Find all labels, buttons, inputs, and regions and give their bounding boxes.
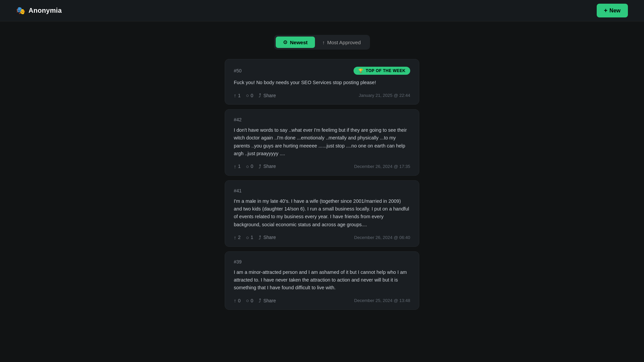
- post-footer-50: ↑ 1 ○ 0 ⤴ Share January 21, 2025 @ 22:44: [234, 93, 410, 98]
- upvote-icon-50: ↑: [234, 93, 236, 98]
- post-card-41: #41 I'm a male in my late 40's. I have a…: [225, 180, 419, 247]
- upvote-count-42: 1: [238, 164, 241, 169]
- share-label-42: Share: [263, 164, 276, 169]
- comment-count-41: 1: [251, 235, 253, 240]
- post-number-50: #50: [234, 68, 241, 73]
- post-actions-50: ↑ 1 ○ 0 ⤴ Share: [234, 93, 276, 98]
- upvote-icon-41: ↑: [234, 235, 236, 240]
- share-action-50[interactable]: ⤴ Share: [259, 93, 276, 98]
- post-card-42: #42 I don't have words to say ..what eve…: [225, 109, 419, 176]
- comment-action-42[interactable]: ○ 0: [246, 164, 253, 169]
- upvote-count-39: 0: [238, 298, 241, 303]
- post-number-41: #41: [234, 188, 241, 193]
- timestamp-39: December 25, 2024 @ 13:48: [354, 298, 410, 303]
- post-header-42: #42: [234, 117, 410, 122]
- share-icon-42: ⤴: [259, 164, 261, 169]
- main-content: ⊙ Newest ↑ Most Approved #50 🏆 TOP OF TH…: [0, 21, 644, 310]
- logo-icon: 🎭: [16, 6, 25, 15]
- tab-newest-label: Newest: [290, 40, 308, 45]
- share-label-41: Share: [263, 235, 276, 240]
- post-body-39: I am a minor-attracted person and I am a…: [234, 268, 410, 292]
- comment-action-41[interactable]: ○ 1: [246, 235, 253, 240]
- post-header-50: #50 🏆 TOP OF THE WEEK: [234, 67, 410, 75]
- post-card-39: #39 I am a minor-attracted person and I …: [225, 251, 419, 310]
- tab-most-approved-label: Most Approved: [327, 40, 361, 45]
- upvote-action-50[interactable]: ↑ 1: [234, 93, 240, 98]
- share-action-42[interactable]: ⤴ Share: [259, 164, 276, 169]
- share-action-41[interactable]: ⤴ Share: [259, 235, 276, 240]
- post-number-39: #39: [234, 259, 241, 264]
- app-title: Anonymia: [29, 7, 62, 14]
- post-body-42: I don't have words to say ..what ever I'…: [234, 126, 410, 158]
- timestamp-42: December 26, 2024 @ 17:35: [354, 164, 410, 169]
- post-number-42: #42: [234, 117, 241, 122]
- comment-count-42: 0: [251, 164, 253, 169]
- share-action-39[interactable]: ⤴ Share: [259, 298, 276, 303]
- share-icon-41: ⤴: [259, 235, 261, 240]
- upvote-action-42[interactable]: ↑ 1: [234, 164, 240, 169]
- upvote-icon-39: ↑: [234, 298, 236, 303]
- share-label-39: Share: [263, 298, 276, 303]
- approved-icon: ↑: [322, 40, 325, 45]
- tab-newest[interactable]: ⊙ Newest: [276, 37, 315, 48]
- share-icon-39: ⤴: [259, 298, 261, 303]
- upvote-icon-42: ↑: [234, 164, 236, 169]
- post-actions-41: ↑ 2 ○ 1 ⤴ Share: [234, 235, 276, 240]
- new-post-button[interactable]: + New: [597, 4, 628, 17]
- tab-bar: ⊙ Newest ↑ Most Approved: [274, 35, 370, 50]
- comment-icon-50: ○: [246, 93, 249, 98]
- post-footer-39: ↑ 0 ○ 0 ⤴ Share December 25, 2024 @ 13:4…: [234, 298, 410, 303]
- share-label-50: Share: [263, 93, 276, 98]
- tab-most-approved[interactable]: ↑ Most Approved: [315, 37, 368, 48]
- post-header-39: #39: [234, 259, 410, 264]
- plus-icon: +: [604, 7, 608, 14]
- post-footer-41: ↑ 2 ○ 1 ⤴ Share December 26, 2024 @ 06:4…: [234, 235, 410, 240]
- post-actions-39: ↑ 0 ○ 0 ⤴ Share: [234, 298, 276, 303]
- trophy-icon: 🏆: [358, 68, 364, 73]
- post-card-50: #50 🏆 TOP OF THE WEEK Fuck you! No body …: [225, 59, 419, 105]
- timestamp-50: January 21, 2025 @ 22:44: [359, 93, 410, 98]
- post-actions-42: ↑ 1 ○ 0 ⤴ Share: [234, 164, 276, 169]
- share-icon-50: ⤴: [259, 93, 261, 98]
- post-footer-42: ↑ 1 ○ 0 ⤴ Share December 26, 2024 @ 17:3…: [234, 164, 410, 169]
- header: 🎭 Anonymia + New: [0, 0, 644, 21]
- new-button-label: New: [609, 8, 621, 14]
- comment-action-39[interactable]: ○ 0: [246, 298, 253, 303]
- top-of-week-badge: 🏆 TOP OF THE WEEK: [354, 67, 410, 75]
- logo-area: 🎭 Anonymia: [16, 6, 62, 15]
- comment-icon-42: ○: [246, 164, 249, 169]
- comment-count-39: 0: [251, 298, 253, 303]
- comment-action-50[interactable]: ○ 0: [246, 93, 253, 98]
- upvote-action-41[interactable]: ↑ 2: [234, 235, 240, 240]
- upvote-count-41: 2: [238, 235, 241, 240]
- timestamp-41: December 26, 2024 @ 06:40: [354, 235, 410, 240]
- comment-icon-41: ○: [246, 235, 249, 240]
- upvote-count-50: 1: [238, 93, 241, 98]
- newest-icon: ⊙: [283, 39, 287, 45]
- post-body-50: Fuck you! No body needs your SEO Service…: [234, 79, 410, 86]
- upvote-action-39[interactable]: ↑ 0: [234, 298, 240, 303]
- comment-icon-39: ○: [246, 298, 249, 303]
- top-of-week-label: TOP OF THE WEEK: [366, 68, 406, 73]
- comment-count-50: 0: [251, 93, 253, 98]
- post-header-41: #41: [234, 188, 410, 193]
- posts-list: #50 🏆 TOP OF THE WEEK Fuck you! No body …: [225, 59, 419, 310]
- post-body-41: I'm a male in my late 40's. I have a wif…: [234, 197, 410, 229]
